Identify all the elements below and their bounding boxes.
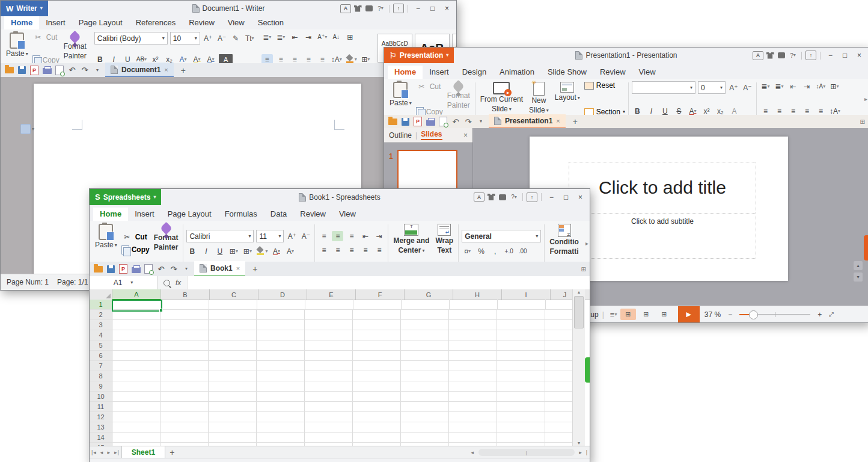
next-slide-button[interactable]: ▾ (854, 273, 863, 282)
insert-function-button[interactable]: fx (176, 279, 181, 287)
tab-list-icon[interactable]: ⊞ (860, 119, 868, 125)
align-center-button[interactable]: ≡ (332, 245, 343, 255)
customize-toolbar-icon[interactable]: ▾ (93, 66, 102, 75)
chevron-down-icon[interactable]: ▾ (153, 195, 156, 200)
print-icon[interactable] (42, 66, 52, 75)
tab-home[interactable]: Home (93, 208, 128, 221)
customize-toolbar-icon[interactable]: ▾ (476, 117, 486, 126)
print-icon[interactable] (426, 117, 435, 126)
sidebar-toggle-strip[interactable] (864, 235, 868, 260)
chevron-down-icon[interactable]: ▾ (40, 6, 43, 11)
tab-list-icon[interactable]: ⊞ (581, 266, 590, 273)
font-name-select[interactable]: Calibri▾ (186, 230, 254, 242)
percent-button[interactable]: % (475, 246, 487, 256)
new-tab-button[interactable]: + (177, 66, 190, 75)
increase-font-icon[interactable]: A⁺ (203, 33, 214, 43)
tab-section[interactable]: Section (251, 16, 290, 29)
print-icon[interactable] (131, 264, 141, 274)
row-cells[interactable] (112, 320, 573, 330)
add-sheet-button[interactable]: + (165, 448, 179, 457)
decrease-indent-icon[interactable]: ⇤ (289, 32, 301, 42)
zoom-slider-thumb[interactable] (749, 310, 758, 319)
format-painter-button[interactable]: Format Painter (61, 31, 90, 65)
numbering-button[interactable]: ≣▾ (275, 32, 287, 42)
close-tab-icon[interactable]: × (236, 265, 240, 272)
document-tab[interactable]: Book1 × (194, 261, 245, 277)
font-size-select[interactable]: 10▾ (170, 32, 200, 45)
next-sheet-button[interactable]: ▸ (105, 449, 112, 455)
tab-view[interactable]: View (332, 208, 362, 221)
save-icon[interactable] (106, 264, 115, 274)
numbering-button[interactable]: ≣▾ (774, 81, 785, 91)
close-tab-icon[interactable]: × (556, 117, 560, 125)
writer-app-button[interactable]: W Writer ▾ (1, 1, 48, 16)
align-top-button[interactable]: ≡ (318, 231, 329, 241)
column-header[interactable]: C (210, 289, 258, 300)
feedback-icon[interactable] (364, 4, 374, 13)
font-size-select[interactable]: 0▾ (698, 81, 726, 94)
row-cells[interactable] (112, 340, 573, 350)
tab-insert[interactable]: Insert (128, 208, 161, 221)
increase-font-icon[interactable]: A⁺ (286, 231, 298, 241)
slides-tab[interactable]: Slides (421, 130, 442, 140)
tab-design[interactable]: Design (456, 66, 493, 79)
print-preview-icon[interactable] (144, 264, 153, 274)
increase-decimal-button[interactable]: +.0 (503, 246, 515, 256)
save-icon[interactable] (400, 117, 410, 126)
align-left-button[interactable]: ≡ (318, 245, 329, 255)
scroll-left-icon[interactable]: ◂ (469, 449, 477, 455)
row-cells[interactable] (112, 412, 573, 422)
increase-indent-icon[interactable]: ⇥ (373, 231, 385, 241)
row-cells[interactable] (112, 422, 573, 432)
horizontal-scrollbar[interactable]: ◂ | ▸ | (469, 446, 590, 458)
horizontal-scrollbar-track[interactable]: | (478, 449, 575, 456)
document-tab[interactable]: Presentation1 × (489, 114, 566, 129)
row-cells[interactable] (113, 300, 573, 309)
print-preview-icon[interactable] (438, 117, 448, 126)
new-tab-button[interactable]: + (569, 117, 582, 126)
skin-icon[interactable] (765, 51, 775, 60)
close-button[interactable]: × (853, 50, 866, 61)
slide-sorter-view-button[interactable]: ⊞ (638, 309, 654, 320)
spellcheck-icon[interactable]: A (753, 51, 763, 60)
scroll-up-icon[interactable]: ▴ (578, 289, 580, 295)
row-cells[interactable] (112, 351, 573, 360)
number-format-select[interactable]: General▾ (462, 230, 541, 242)
minimize-button[interactable]: − (412, 3, 424, 14)
select-all-corner[interactable] (90, 289, 112, 300)
sheet-tab[interactable]: Sheet1 (121, 446, 165, 458)
sidebar-toggle-strip[interactable] (585, 357, 590, 383)
tab-slide-show[interactable]: Slide Show (541, 66, 593, 79)
column-header[interactable]: H (453, 289, 502, 300)
wrap-text-button[interactable]: Wrap Text (432, 223, 456, 263)
borders-button[interactable]: ⊞▾ (228, 246, 239, 256)
formula-input[interactable] (188, 276, 590, 289)
tab-animation[interactable]: Animation (493, 66, 541, 79)
redo-icon[interactable]: ↷ (463, 117, 473, 126)
row-header[interactable]: 3 (90, 320, 112, 330)
copy-button[interactable]: Copy (121, 245, 150, 254)
cut-button[interactable]: ✂ Cut (121, 232, 150, 242)
column-header[interactable]: D (258, 289, 307, 300)
increase-indent-icon[interactable]: ⇥ (303, 32, 314, 42)
bullets-button[interactable]: ≣▾ (261, 32, 273, 42)
cut-button[interactable]: ✂ Cut (32, 32, 60, 42)
customize-toolbar-icon[interactable]: ▾ (182, 264, 191, 274)
show-marks-icon[interactable]: ⊞ (344, 32, 356, 42)
column-header[interactable]: A (112, 289, 161, 300)
currency-button[interactable]: ¤▾ (462, 246, 473, 256)
tab-insert[interactable]: Insert (423, 66, 456, 79)
font-size-select[interactable]: 11▾ (256, 230, 284, 242)
text-direction-button[interactable]: ↕A▾ (815, 81, 827, 91)
align-right-button[interactable]: ≡ (346, 245, 357, 255)
search-icon[interactable] (164, 280, 170, 286)
row-header[interactable]: 14 (90, 433, 112, 442)
bold-button[interactable]: B (186, 246, 198, 256)
chevron-down-icon[interactable]: ▾ (446, 53, 448, 58)
cut-button[interactable]: ✂ Cut (416, 81, 443, 91)
font-name-select[interactable]: ▾ (632, 81, 695, 94)
collapse-ribbon-icon[interactable]: ↑ (393, 4, 404, 13)
increase-indent-icon[interactable]: ⇥ (801, 81, 813, 91)
row-header[interactable]: 5 (90, 340, 112, 350)
close-button[interactable]: × (574, 192, 587, 203)
